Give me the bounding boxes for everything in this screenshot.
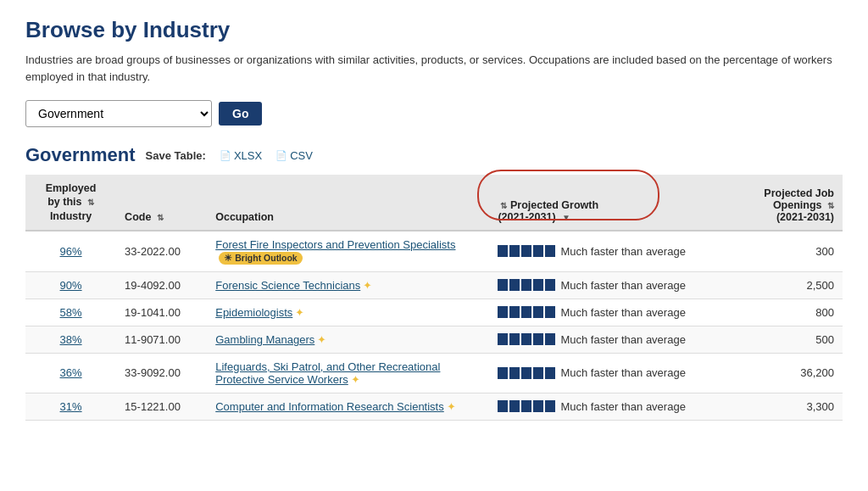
growth-label: Much faster than average [560,306,685,319]
table-row: 38%11-9071.00Gambling Managers✦Much fast… [25,326,843,353]
sort-arrows-employed: ⇅ [87,197,94,208]
employed-pct-link[interactable]: 38% [60,333,82,346]
employed-pct-link[interactable]: 96% [60,245,82,258]
page-description: Industries are broad groups of businesse… [25,52,843,85]
projected-openings: 36,200 [752,353,843,393]
bright-outlook-star-icon: ✦ [317,333,326,346]
growth-label: Much faster than average [560,245,685,258]
occupation-code: 33-2022.00 [116,231,207,272]
projected-openings: 300 [752,231,843,272]
projected-openings: 3,300 [752,393,843,420]
table-row: 90%19-4092.00Forensic Science Technician… [25,271,843,299]
table-header-row: Employedby this ⇅Industry Code ⇅ Occupat… [25,175,843,231]
chevron-down-icon: ▼ [562,213,570,222]
bright-outlook-star-icon: ✦ [295,306,304,319]
occupation-link[interactable]: Forensic Science Technicians [215,279,360,292]
growth-label: Much faster than average [560,400,685,413]
sort-arrows-code: ⇅ [157,213,164,222]
projected-openings: 2,500 [752,271,843,299]
section-title: Government [25,144,136,166]
occupation-link[interactable]: Lifeguards, Ski Patrol, and Other Recrea… [215,360,440,386]
occupations-table: Employedby this ⇅Industry Code ⇅ Occupat… [25,175,843,421]
growth-label: Much faster than average [560,366,685,379]
th-employed[interactable]: Employedby this ⇅Industry [25,175,116,231]
growth-bars [498,367,555,379]
occupation-link[interactable]: Gambling Managers [215,333,314,346]
th-occupation[interactable]: Occupation [207,175,489,231]
page-title: Browse by Industry [25,17,843,43]
growth-bars [498,306,555,318]
save-table-label: Save Table: [146,149,206,162]
occupation-code: 33-9092.00 [116,353,207,393]
xlsx-download-link[interactable]: 📄 XLSX [220,149,262,162]
employed-pct-link[interactable]: 31% [60,400,82,413]
occupation-code: 11-9071.00 [116,326,207,353]
occupation-link[interactable]: Epidemiologists [215,306,292,319]
growth-bars [498,400,555,412]
go-button[interactable]: Go [219,102,262,126]
employed-pct-link[interactable]: 90% [60,279,82,292]
csv-icon: 📄 [275,150,287,161]
sort-arrows-openings: ⇅ [827,201,834,210]
occupation-code: 19-4092.00 [116,271,207,299]
bright-outlook-star-icon: ✦ [447,400,456,413]
industry-selector-row: Government Healthcare Education Manufact… [25,100,843,127]
employed-pct-link[interactable]: 58% [60,306,82,319]
csv-download-link[interactable]: 📄 CSV [275,149,313,162]
growth-label: Much faster than average [560,333,685,346]
occupation-code: 19-1041.00 [116,299,207,326]
growth-bars [498,333,555,345]
table-row: 31%15-1221.00Computer and Information Re… [25,393,843,420]
table-row: 58%19-1041.00Epidemiologists✦Much faster… [25,299,843,326]
projected-openings: 500 [752,326,843,353]
growth-bars [498,245,555,257]
table-row: 36%33-9092.00Lifeguards, Ski Patrol, and… [25,353,843,393]
bright-outlook-star-icon: ✦ [351,373,360,386]
projected-openings: 800 [752,299,843,326]
employed-pct-link[interactable]: 36% [60,366,82,379]
table-body: 96%33-2022.00Forest Fire Inspectors and … [25,231,843,421]
table-row: 96%33-2022.00Forest Fire Inspectors and … [25,231,843,272]
section-header: Government Save Table: 📄 XLSX 📄 CSV [25,144,843,166]
xlsx-icon: 📄 [220,150,231,161]
xlsx-label: XLSX [234,149,262,162]
th-projected-growth[interactable]: ⇅ Projected Growth(2021-2031) ▼ [489,175,751,231]
growth-bars [498,279,555,291]
th-code[interactable]: Code ⇅ [116,175,207,231]
bright-outlook-badge: ☀Bright Outlook [219,252,303,265]
th-openings[interactable]: Projected JobOpenings ⇅(2021-2031) [752,175,843,231]
csv-label: CSV [290,149,313,162]
occupation-link[interactable]: Forest Fire Inspectors and Prevention Sp… [215,238,455,251]
growth-label: Much faster than average [560,279,685,292]
occupation-code: 15-1221.00 [116,393,207,420]
sort-arrows-growth: ⇅ [500,201,507,210]
occupation-link[interactable]: Computer and Information Research Scient… [215,400,444,413]
industry-dropdown[interactable]: Government Healthcare Education Manufact… [25,100,212,127]
bright-outlook-star-icon: ✦ [363,279,372,292]
